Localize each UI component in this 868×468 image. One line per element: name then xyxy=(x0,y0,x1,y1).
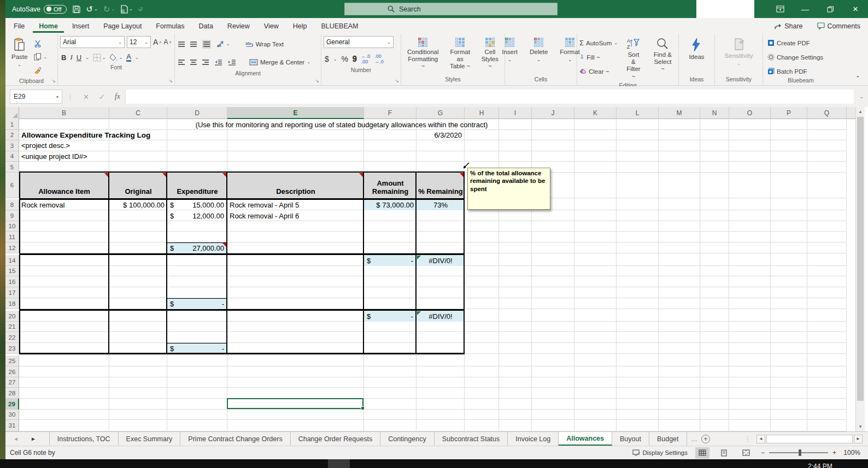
table-header-C[interactable]: Original xyxy=(109,173,167,198)
increase-indent-button[interactable] xyxy=(228,59,236,66)
table-header-D[interactable]: Expenditure xyxy=(167,173,227,198)
column-header-M[interactable]: M xyxy=(659,107,700,119)
column-header-E[interactable]: E xyxy=(227,107,364,119)
row-header-31[interactable]: 31 xyxy=(5,420,19,431)
column-header-J[interactable]: J xyxy=(532,107,574,119)
sort-filter-button[interactable]: AZ Sort & Filter ~ xyxy=(621,36,646,82)
page-layout-view-button[interactable] xyxy=(717,447,731,459)
column-header-K[interactable]: K xyxy=(574,107,617,119)
underline-button[interactable]: U xyxy=(77,54,81,62)
font-name-combo[interactable]: Arial⌄ xyxy=(60,36,125,48)
table-header-E[interactable]: Description xyxy=(227,173,364,198)
format-painter-button[interactable] xyxy=(32,64,49,75)
sheet-tab-prime-contract-change-orders[interactable]: Prime Contract Change Orders xyxy=(180,432,290,446)
cell-D18[interactable]: $- xyxy=(167,298,227,309)
cell-F8[interactable]: $ 73,000.00 xyxy=(364,199,417,210)
name-box[interactable]: E29▾ xyxy=(10,90,62,104)
column-header-O[interactable]: O xyxy=(729,107,771,119)
font-size-combo[interactable]: 12⌄ xyxy=(127,36,151,48)
cancel-entry-icon[interactable]: ✕ xyxy=(78,93,94,101)
tab-file[interactable]: File xyxy=(8,19,31,33)
zoom-in-button[interactable]: + xyxy=(832,449,836,457)
cell-G8[interactable]: 73% xyxy=(417,199,465,210)
comments-button[interactable]: Comments xyxy=(817,22,860,30)
undo-button[interactable]: ↺⌄ xyxy=(86,4,98,14)
row-header-17[interactable]: 17 xyxy=(5,287,19,298)
format-as-table-button[interactable]: Format as Table ~ xyxy=(446,36,474,72)
redo-button[interactable]: ↻⌄ xyxy=(103,4,115,14)
restore-button[interactable] xyxy=(818,0,843,18)
ideas-button[interactable]: Ideas xyxy=(685,36,708,62)
cell-E8[interactable]: Rock removal - April 5 xyxy=(227,199,364,210)
cell-banner-row1[interactable]: (Use this for monitoring and reporting u… xyxy=(164,120,519,129)
tab-insert[interactable]: Insert xyxy=(66,19,95,33)
column-header-B[interactable]: B xyxy=(19,107,109,119)
row-header-27[interactable]: 27 xyxy=(5,377,19,388)
sheet-tab-invoice-log[interactable]: Invoice Log xyxy=(508,432,559,446)
tab-help[interactable]: Help xyxy=(287,19,313,33)
decrease-indent-button[interactable] xyxy=(214,59,222,66)
column-header-Q[interactable]: Q xyxy=(807,107,847,119)
cell-E9[interactable]: Rock removal - April 6 xyxy=(227,210,364,221)
cell-project-desc[interactable]: <project desc.> xyxy=(19,140,128,151)
row-header-2[interactable]: 2 xyxy=(5,130,19,140)
tab-view[interactable]: View xyxy=(258,19,285,33)
close-button[interactable]: × xyxy=(843,0,868,18)
row-header-25[interactable]: 25 xyxy=(5,356,19,366)
row-header-21[interactable]: 21 xyxy=(5,322,19,332)
page-break-view-button[interactable] xyxy=(739,447,753,459)
sheet-nav-right-icon[interactable]: ► xyxy=(31,436,36,442)
sensitivity-button[interactable]: Sensitivity⌄ xyxy=(721,36,757,68)
increase-decimal-button[interactable]: ←.0.00 xyxy=(361,54,371,64)
row-header-23[interactable]: 23 xyxy=(5,343,19,354)
sheet-tab-allowances[interactable]: Allowances xyxy=(559,432,612,446)
sheet-tab-budget[interactable]: Budget xyxy=(649,432,687,446)
cell-D9[interactable]: $12,000.00 xyxy=(167,210,227,221)
cell-C8[interactable]: $ 100,000.00 xyxy=(109,199,167,210)
copy-button[interactable]: ⌄ xyxy=(32,51,49,62)
column-header-P[interactable]: P xyxy=(771,107,807,119)
clear-button[interactable]: Clear ~ xyxy=(579,66,618,77)
decrease-decimal-button[interactable]: .00→.0 xyxy=(374,54,384,64)
row-header-11[interactable]: 11 xyxy=(5,232,19,242)
decrease-font-button[interactable]: A˅ xyxy=(163,38,171,46)
alignment-dialog-launcher[interactable]: ↘ xyxy=(315,78,319,84)
cell-G14[interactable]: #DIV/0! xyxy=(417,255,465,266)
align-center-button[interactable] xyxy=(190,58,197,66)
row-header-16[interactable]: 16 xyxy=(5,276,19,287)
insert-function-button[interactable]: fx xyxy=(110,92,125,101)
column-header-C[interactable]: C xyxy=(109,107,167,119)
number-format-combo[interactable]: General⌄ xyxy=(324,36,394,48)
row-header-20[interactable]: 20 xyxy=(5,311,19,322)
row-header-10[interactable]: 10 xyxy=(5,221,19,232)
cell-log-title[interactable]: Allowance Expenditure Tracking Log xyxy=(19,130,227,140)
row-header-29[interactable]: 29 xyxy=(5,399,19,410)
collapse-ribbon-button[interactable]: ⌃ xyxy=(855,75,860,82)
tab-review[interactable]: Review xyxy=(221,19,256,33)
expand-formula-bar-button[interactable]: ⌄ xyxy=(859,94,864,99)
comma-style-button[interactable]: 𝟗 xyxy=(353,55,357,64)
column-header-H[interactable]: H xyxy=(465,107,499,119)
select-all-corner[interactable] xyxy=(5,107,19,119)
column-header-D[interactable]: D xyxy=(167,107,227,119)
ribbon-display-options-button[interactable] xyxy=(767,0,793,18)
sheet-tab-change-order-requests[interactable]: Change Order Requests xyxy=(291,432,381,446)
hscroll-left-icon[interactable]: ◄ xyxy=(756,435,765,443)
paste-button[interactable]: Paste⌄ xyxy=(8,36,31,69)
row-header-1[interactable]: 1 xyxy=(5,119,19,130)
horizontal-scrollbar[interactable]: ◄ ► xyxy=(756,435,863,443)
cell-D8[interactable]: $15,000.00 xyxy=(167,199,227,210)
autosave-toggle[interactable]: AutoSave Off xyxy=(12,5,67,14)
cell-F20[interactable]: $- xyxy=(364,311,417,322)
autosum-button[interactable]: Σ AutoSum ⌄ xyxy=(579,37,618,49)
sheet-tab-buyout[interactable]: Buyout xyxy=(612,432,649,446)
display-settings-button[interactable]: Display Settings xyxy=(632,447,688,459)
bold-button[interactable]: B xyxy=(61,54,66,62)
align-left-button[interactable] xyxy=(178,58,185,66)
conditional-formatting-button[interactable]: Conditional Formatting ~ xyxy=(403,36,443,72)
fill-color-button[interactable]: ⌄ xyxy=(110,54,123,62)
formula-input[interactable] xyxy=(125,90,854,104)
zoom-level[interactable]: 100% xyxy=(841,449,860,457)
row-header-14[interactable]: 14 xyxy=(5,255,19,266)
font-dialog-launcher[interactable]: ↘ xyxy=(168,78,173,84)
